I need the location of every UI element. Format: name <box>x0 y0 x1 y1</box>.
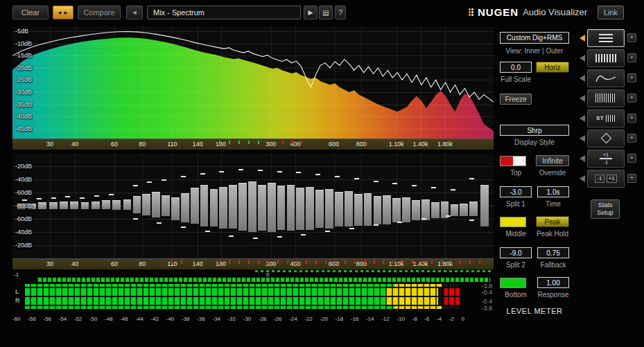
freq-label: 180 <box>216 260 226 267</box>
histogram-panel[interactable]: -20dB-40dB-60dB-80dB-60dB-40dB-20dB 3040… <box>12 153 494 269</box>
response-field[interactable]: 1.00 <box>537 277 569 288</box>
split2-label: Split 2 <box>500 261 532 269</box>
gridline <box>12 68 494 69</box>
fallback-field[interactable]: 0.75 <box>537 247 569 258</box>
clear-button[interactable]: Clear <box>12 6 49 19</box>
scale-label: -50 <box>89 316 98 322</box>
histogram-bar <box>451 204 459 216</box>
clip-tick <box>325 260 327 264</box>
display-style-select[interactable]: Shrp <box>500 125 569 136</box>
histogram-bar <box>171 197 180 220</box>
play-icon: ▶ <box>308 9 313 16</box>
scale-label: -32 <box>227 316 236 322</box>
swap-arrows-icon: ◄► <box>57 10 69 16</box>
previous-preset-button[interactable]: ◄ <box>126 6 143 19</box>
scale-label: -44 <box>135 316 143 322</box>
histogram-bar <box>229 185 237 229</box>
peak-hold-mark <box>315 174 320 175</box>
histogram-bar <box>38 202 46 208</box>
top-color-left <box>501 157 513 166</box>
stats-setup-button[interactable]: Stats Setup <box>591 199 620 219</box>
link-button[interactable]: Link <box>598 6 624 19</box>
add-view-button[interactable]: + <box>627 114 636 123</box>
preset-list-button[interactable]: ▤ <box>319 6 333 19</box>
view-button-level-meter[interactable] <box>587 29 625 47</box>
ab-swap-button[interactable]: ◄► <box>53 6 73 19</box>
compare-button[interactable]: Compare <box>78 6 121 19</box>
clip-tick <box>292 141 293 144</box>
clip-tick <box>277 260 279 264</box>
view-mode-label[interactable]: View: Inner | Outer <box>500 47 569 55</box>
override-label: Override <box>536 169 569 177</box>
view-slot-vectorscope: + <box>580 128 643 148</box>
signal-tick <box>258 141 259 144</box>
view-button-histogram[interactable] <box>587 89 625 107</box>
histogram-bar <box>392 198 401 222</box>
add-view-button[interactable]: + <box>627 134 636 143</box>
minus-plus-one-icon: -1+1 <box>595 175 616 183</box>
split2-field[interactable]: -9.0 <box>500 247 532 258</box>
view-button-vectorscope[interactable] <box>587 130 625 148</box>
gridline <box>12 232 494 233</box>
add-view-button[interactable]: + <box>627 53 636 62</box>
view-button-stereo[interactable]: ST <box>587 109 625 127</box>
meter-preset-select[interactable]: Custom Dig+RMS <box>500 32 569 44</box>
db-axis-label: -15dB <box>15 52 32 59</box>
signal-tick <box>238 141 240 144</box>
scale-label: -14 <box>366 316 374 322</box>
preset-title-field[interactable]: Mix - Spectrum <box>147 6 301 19</box>
add-view-button[interactable]: + <box>627 73 636 82</box>
view-button-correlation[interactable]: +1-1 <box>587 150 625 168</box>
db-axis-label: -40dB <box>15 113 32 120</box>
slot-arrow-icon[interactable] <box>580 155 585 162</box>
split1-field[interactable]: -3.0 <box>500 186 532 197</box>
add-view-button[interactable]: + <box>627 33 636 42</box>
add-view-button[interactable]: + <box>627 174 636 183</box>
scale-label: -56 <box>43 316 51 322</box>
split1-label: Split 1 <box>500 200 532 208</box>
view-slot-correlation: +1-1 + <box>580 148 643 168</box>
time-field[interactable]: 1.0s <box>537 186 569 197</box>
override-button[interactable]: Infinite <box>536 155 569 166</box>
db-axis-label: -45dB <box>15 125 32 132</box>
slot-arrow-icon[interactable] <box>580 95 585 102</box>
add-view-button[interactable]: + <box>627 94 636 103</box>
help-button[interactable]: ? <box>335 6 346 19</box>
view-button-bar-meter[interactable] <box>587 49 625 67</box>
histogram-bar <box>200 185 209 227</box>
clip-tick <box>219 260 220 264</box>
scale-label: -34 <box>212 316 220 322</box>
middle-color-swatch[interactable] <box>500 217 526 227</box>
peak-hold-mark <box>412 185 417 186</box>
play-button[interactable]: ▶ <box>304 6 317 19</box>
gridline <box>12 116 494 117</box>
meter-readout: -0.4 <box>481 298 492 305</box>
peak-hold-mark <box>296 172 301 173</box>
signal-tick <box>248 141 250 144</box>
top-color-swatch[interactable] <box>500 156 526 166</box>
view-button-phase[interactable]: -1+1 <box>587 170 625 188</box>
freq-label: 60 <box>111 141 118 148</box>
activity-bar <box>255 270 492 272</box>
full-scale-field[interactable]: 0.0 <box>500 62 532 73</box>
histogram-frequency-axis: 304060801101401803004006008001.10k1.40k1… <box>12 258 494 269</box>
bottom-color-swatch[interactable] <box>500 278 526 288</box>
histogram-bar <box>421 199 430 220</box>
horiz-button[interactable]: Horiz <box>536 62 569 73</box>
peak-button[interactable]: Peak <box>536 216 569 227</box>
peak-hold-mark <box>51 197 56 199</box>
slot-arrow-icon[interactable] <box>580 35 585 42</box>
histogram-bar <box>480 185 489 227</box>
freeze-button[interactable]: Freeze <box>500 94 532 105</box>
spectrum-analyzer-panel[interactable]: -5dB-10dB-15dB-20dB-25dB-30dB-35dB-40dB-… <box>12 26 494 150</box>
add-view-button[interactable]: + <box>627 154 636 163</box>
histogram-bar <box>374 196 382 224</box>
scale-label: -6 <box>424 316 429 322</box>
slot-arrow-icon[interactable] <box>580 55 585 62</box>
slot-arrow-icon[interactable] <box>580 75 585 82</box>
slot-arrow-icon[interactable] <box>580 115 585 122</box>
slot-arrow-icon[interactable] <box>580 135 585 142</box>
view-button-spectrum[interactable] <box>587 69 625 87</box>
slot-arrow-icon[interactable] <box>580 175 585 182</box>
freq-label: 40 <box>71 260 78 267</box>
